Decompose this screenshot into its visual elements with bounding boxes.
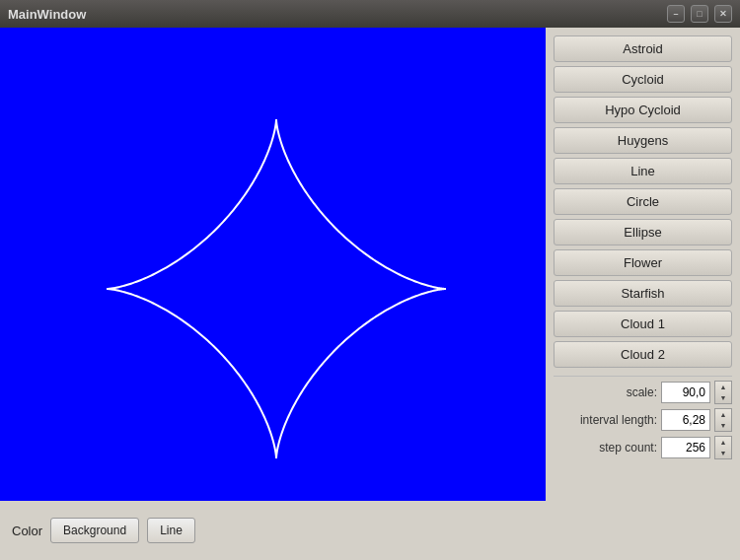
step-row: step count: ▲ ▼	[554, 436, 732, 459]
scale-up-button[interactable]: ▲	[715, 382, 731, 392]
line-curve-button[interactable]: Line	[554, 158, 732, 184]
scale-down-button[interactable]: ▼	[715, 392, 731, 403]
curve-canvas	[0, 28, 546, 501]
astroid-button[interactable]: Astroid	[554, 35, 732, 62]
step-label: step count:	[599, 441, 657, 455]
color-label: Color	[12, 524, 42, 538]
minimize-button[interactable]: –	[667, 5, 685, 23]
scale-input[interactable]	[661, 382, 710, 403]
interval-row: interval length: ▲ ▼	[554, 408, 732, 432]
scale-label: scale:	[627, 385, 657, 399]
interval-spinner[interactable]: ▲ ▼	[714, 408, 732, 432]
divider	[554, 376, 732, 377]
cloud2-button[interactable]: Cloud 2	[554, 341, 732, 368]
window-controls: – □ ✕	[667, 5, 732, 23]
step-up-button[interactable]: ▲	[715, 437, 731, 448]
interval-label: interval length:	[580, 413, 657, 427]
step-down-button[interactable]: ▼	[715, 448, 731, 458]
step-input[interactable]	[661, 437, 710, 458]
drawing-canvas	[0, 28, 546, 501]
line-button[interactable]: Line	[147, 518, 195, 543]
main-content: Color Background Line Astroid Cycloid Hy…	[0, 28, 740, 560]
circle-button[interactable]: Circle	[554, 188, 732, 215]
color-controls: Color Background Line	[0, 501, 546, 560]
cloud1-button[interactable]: Cloud 1	[554, 311, 732, 337]
cycloid-button[interactable]: Cycloid	[554, 66, 732, 93]
scale-spinner[interactable]: ▲ ▼	[714, 381, 732, 404]
interval-input[interactable]	[661, 409, 710, 431]
app-title: MainWindow	[8, 7, 86, 22]
maximize-button[interactable]: □	[691, 5, 708, 23]
sidebar: Astroid Cycloid Hypo Cycloid Huygens Lin…	[546, 28, 740, 560]
close-button[interactable]: ✕	[714, 5, 732, 23]
ellipse-button[interactable]: Ellipse	[554, 219, 732, 245]
starfish-button[interactable]: Starfish	[554, 280, 732, 307]
interval-up-button[interactable]: ▲	[715, 409, 731, 420]
interval-down-button[interactable]: ▼	[715, 420, 731, 431]
canvas-area: Color Background Line	[0, 28, 546, 560]
title-bar: MainWindow – □ ✕	[0, 0, 740, 28]
huygens-button[interactable]: Huygens	[554, 127, 732, 154]
flower-button[interactable]: Flower	[554, 249, 732, 276]
scale-row: scale: ▲ ▼	[554, 381, 732, 404]
hypo-cycloid-button[interactable]: Hypo Cycloid	[554, 97, 732, 123]
step-spinner[interactable]: ▲ ▼	[714, 436, 732, 459]
background-button[interactable]: Background	[50, 518, 139, 543]
